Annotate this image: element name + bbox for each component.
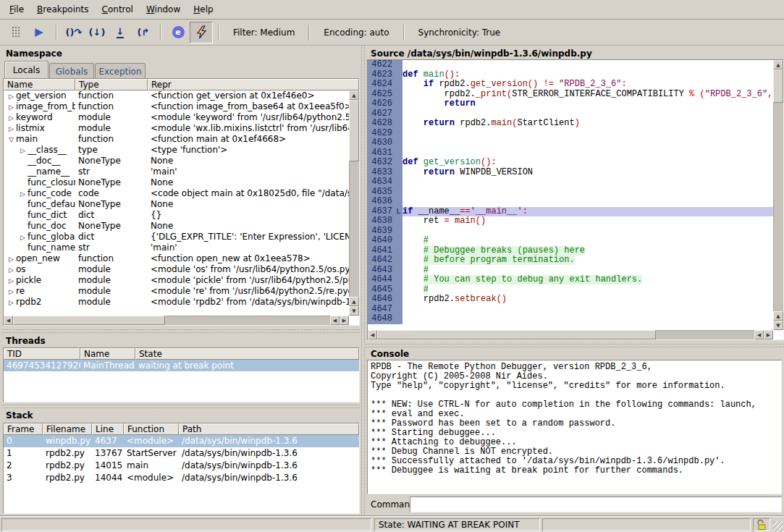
code-line[interactable]: 4639 — [368, 227, 773, 237]
namespace-vscrollbar[interactable]: ▲ ▲ ▼ — [349, 90, 359, 316]
code-line[interactable]: 4644 # You can step to debug any exit ha… — [368, 275, 773, 285]
scroll-up-icon[interactable]: ▲ — [349, 297, 359, 306]
table-row[interactable]: ▷open_new function <function open_new at… — [4, 253, 349, 264]
twisty-icon[interactable]: ▷ — [7, 254, 16, 264]
scroll-up-icon[interactable]: ▲ — [773, 311, 783, 321]
twisty-icon[interactable]: ▷ — [7, 265, 16, 275]
code-line[interactable]: 4632def get_version(): — [368, 158, 773, 168]
table-row[interactable]: ▷re module <module 're' from '/usr/lib64… — [4, 286, 349, 297]
command-input[interactable] — [410, 497, 782, 512]
menu-item[interactable]: Control — [96, 1, 140, 18]
table-row[interactable]: ▷listmix module <module 'wx.lib.mixins.l… — [4, 123, 349, 134]
code-line[interactable]: 4641 # Debuggee breaks (pauses) here — [368, 246, 773, 256]
column-header-frame[interactable]: Frame — [4, 423, 43, 435]
column-header-tid[interactable]: TID — [4, 348, 80, 360]
namespace-tab[interactable]: Globals — [49, 63, 94, 79]
scroll-thumb[interactable] — [377, 330, 656, 339]
table-row[interactable]: __doc__ NoneType None — [4, 156, 349, 166]
scroll-down-icon[interactable]: ▼ — [773, 321, 783, 330]
column-header-type[interactable]: Type — [75, 79, 148, 90]
code-line[interactable]: 4624 if rpdb2.get_version() != "RPDB_2_3… — [368, 80, 773, 90]
code-line[interactable]: 4642 # before program termination. — [368, 256, 773, 266]
namespace-hscrollbar[interactable]: ◀ ◀ ▶ — [4, 316, 349, 325]
twisty-icon[interactable]: ▷ — [7, 297, 16, 308]
column-header-filename[interactable]: Filename — [43, 423, 92, 435]
scroll-right-icon[interactable]: ▶ — [340, 316, 349, 325]
table-row[interactable]: 3 rpdb2.py 14044 <module> /data/sys/bin/… — [4, 472, 359, 484]
twisty-icon[interactable]: ▷ — [7, 287, 16, 297]
code-line[interactable]: 4647 — [368, 305, 773, 315]
scroll-up-icon[interactable]: ▲ — [349, 90, 359, 100]
table-row[interactable]: 2 rpdb2.py 14015 main /data/sys/bin/winp… — [4, 460, 359, 472]
code-line[interactable]: 4630 — [368, 138, 773, 148]
table-row[interactable]: 0 winpdb.py 4637 <module> /data/sys/bin/… — [4, 435, 359, 447]
table-row[interactable]: func_doc NoneType None — [4, 221, 349, 232]
twisty-icon[interactable]: ▷ — [18, 189, 28, 199]
menu-item[interactable]: File — [3, 1, 30, 18]
column-header-state[interactable]: State — [135, 348, 359, 360]
break-button[interactable] — [4, 22, 28, 43]
console-output[interactable]: RPDB - The Remote Python Debugger, versi… — [367, 360, 782, 494]
code-line[interactable]: 4646 rpdb2.setbreak() — [368, 295, 773, 305]
namespace-tab[interactable]: Exception — [95, 63, 146, 79]
step-into-button[interactable]: (↓) — [85, 22, 109, 43]
code-line[interactable]: 4648 — [368, 314, 773, 324]
namespace-tab[interactable]: Locals — [4, 61, 49, 79]
goto-button[interactable]: ↓ — [109, 22, 132, 43]
table-row[interactable]: __name__ str 'main' — [4, 166, 349, 177]
code-line[interactable]: 4638 ret = main() — [368, 216, 773, 227]
table-row[interactable]: func_dict dict {} — [4, 210, 349, 221]
twisty-icon[interactable]: ▷ — [7, 113, 16, 123]
source-hscrollbar[interactable]: ◀ ◀ ▶ — [368, 330, 773, 339]
table-row[interactable]: func_name str 'main' — [4, 242, 349, 253]
code-line[interactable]: 4634 — [368, 177, 773, 187]
column-header-name[interactable]: Name — [80, 348, 135, 360]
code-line[interactable]: 4637Lif __name__=='__main__': — [368, 207, 773, 217]
table-row[interactable]: ▷get_version function <function get_vers… — [4, 90, 349, 101]
code-line[interactable]: 4627 — [368, 109, 773, 119]
column-header-name[interactable]: Name — [4, 79, 75, 90]
menu-item[interactable]: Window — [140, 1, 187, 18]
twisty-icon[interactable]: ▷ — [18, 232, 28, 242]
code-line[interactable]: 4628 return rpdb2.main(StartClient) — [368, 119, 773, 129]
column-header-line[interactable]: Line — [92, 423, 124, 435]
menu-item[interactable]: Breakpoints — [30, 1, 95, 18]
code-line[interactable]: 4631 — [368, 148, 773, 159]
scroll-thumb[interactable] — [13, 316, 165, 325]
column-header-function[interactable]: Function — [124, 423, 179, 435]
synchronicity-toggle-button[interactable] — [190, 22, 213, 43]
code-line[interactable]: 4625 rpdb2._print(STR_ERROR_INTERFACE_CO… — [368, 90, 773, 100]
table-row[interactable]: ▽main function <function main at 0x1ef46… — [4, 134, 349, 145]
code-line[interactable]: 4640 # — [368, 236, 773, 246]
step-return-button[interactable]: (↱ — [132, 22, 155, 43]
menu-item[interactable]: Help — [187, 1, 219, 18]
table-row[interactable]: ▷__class__ type <type 'function'> — [4, 145, 349, 156]
twisty-icon[interactable]: ▷ — [7, 91, 16, 101]
scroll-down-icon[interactable]: ▼ — [349, 306, 359, 316]
code-line[interactable]: 4643 # — [368, 266, 773, 276]
code-line[interactable]: 4645 # — [368, 285, 773, 295]
table-row[interactable]: ▷keyword module <module 'keyword' from '… — [4, 112, 349, 123]
scroll-left-icon[interactable]: ◀ — [754, 330, 764, 339]
twisty-icon[interactable]: ▷ — [7, 276, 16, 286]
sash-source-console[interactable] — [366, 344, 784, 347]
scroll-right-icon[interactable]: ▶ — [764, 330, 773, 339]
code-line[interactable]: 4623def main(): — [368, 70, 773, 80]
twisty-icon[interactable]: ▷ — [7, 124, 16, 134]
table-row[interactable]: ▷func_code code <code object main at 0x1… — [4, 188, 349, 199]
code-line[interactable]: 4633 return WINPDB_VERSION — [368, 168, 773, 178]
code-line[interactable]: 4626 return — [368, 99, 773, 109]
code-line[interactable]: 4622 — [368, 60, 773, 70]
table-row[interactable]: 1 rpdb2.py 13767 StartServer /data/sys/b… — [4, 447, 359, 460]
sash-vertical[interactable] — [361, 46, 365, 515]
column-header-repr[interactable]: Repr — [148, 79, 359, 90]
table-row[interactable]: ▷os module <module 'os' from '/usr/lib64… — [4, 264, 349, 275]
sash-namespace-threads[interactable] — [1, 329, 360, 333]
scroll-thumb[interactable] — [773, 69, 783, 103]
code-line[interactable]: 4629 — [368, 129, 773, 139]
table-row[interactable]: func_closur NoneType None — [4, 177, 349, 188]
table-row[interactable]: ▷pickle module <module 'pickle' from '/u… — [4, 275, 349, 286]
code-line[interactable]: 4636 — [368, 197, 773, 207]
resize-grip[interactable] — [772, 521, 783, 532]
table-row[interactable]: ▷func_global dict {'DLG_EXPR_TITLE': 'En… — [4, 232, 349, 242]
